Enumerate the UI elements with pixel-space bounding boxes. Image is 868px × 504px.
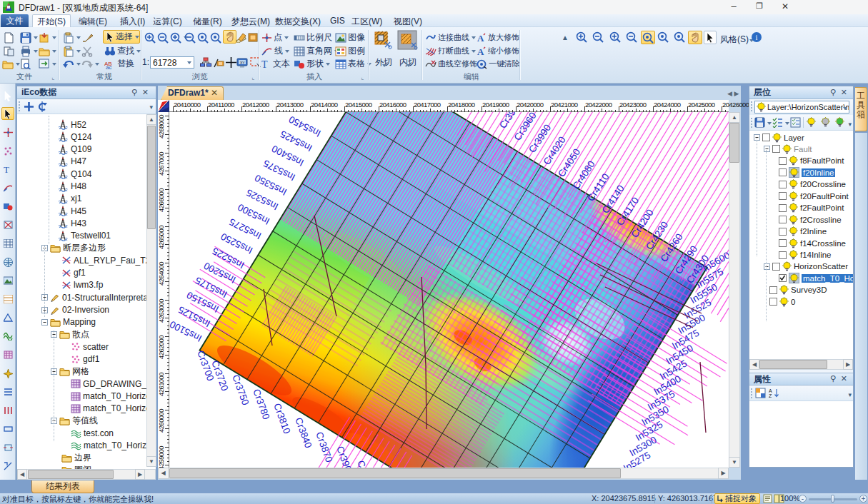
svg-text:A: A <box>477 46 484 56</box>
svg-text:Cr3930: Cr3930 <box>355 459 376 468</box>
svg-text:A: A <box>477 33 484 43</box>
svg-text:Cr3810: Cr3810 <box>271 402 292 435</box>
svg-text:A: A <box>769 388 772 393</box>
svg-text:T: T <box>261 59 268 69</box>
svg-text:T: T <box>4 165 9 174</box>
svg-text:Cr3900: Cr3900 <box>334 445 355 468</box>
svg-text:Z: Z <box>769 393 772 398</box>
svg-text:Cr3840: Cr3840 <box>293 416 314 450</box>
svg-text:ac: ac <box>106 64 111 69</box>
svg-text:XY: XY <box>240 61 245 65</box>
